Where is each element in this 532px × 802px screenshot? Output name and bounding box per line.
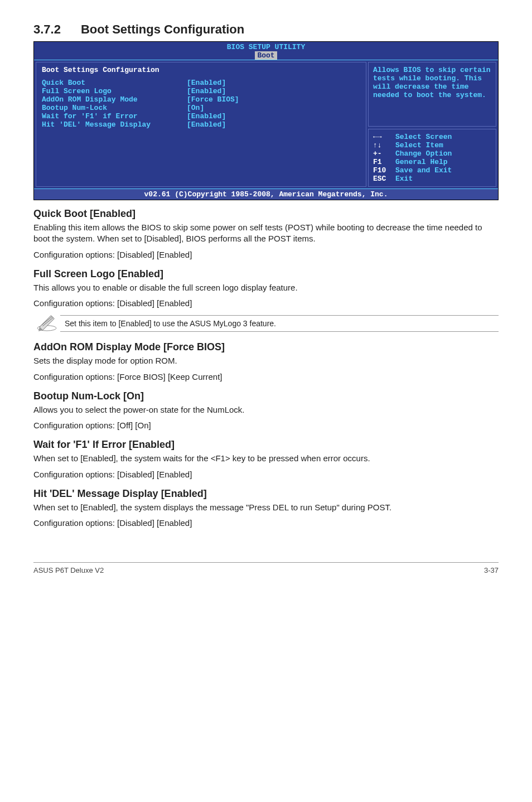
bios-item: AddOn ROM Display Mode[Force BIOS] [42,95,360,104]
bios-footer: v02.61 (C)Copyright 1985-2008, American … [34,189,498,200]
bios-tab-bar: Boot [34,51,498,60]
nav-row: ↑↓Select Item [373,141,491,149]
bios-item: Bootup Num-Lock[On] [42,104,360,112]
bios-config-panel: Boot Settings Configuration Quick Boot[E… [36,62,366,187]
nav-row: F1General Help [373,158,491,166]
bootup-numlock-heading: Bootup Num-Lock [On] [33,390,499,402]
bios-header: BIOS SETUP UTILITY Boot [34,42,498,60]
bootup-numlock-body: Allows you to select the power-on state … [33,404,499,416]
bios-item: Wait for 'F1' if Error[Enabled] [42,112,360,120]
bootup-numlock-opts: Configuration options: [Off] [On] [33,420,499,431]
bios-active-tab: Boot [255,51,277,60]
nav-row: ←→Select Screen [373,133,491,141]
bios-screenshot: BIOS SETUP UTILITY Boot Boot Settings Co… [33,41,499,200]
addon-rom-heading: AddOn ROM Display Mode [Force BIOS] [33,341,499,353]
hit-del-heading: Hit 'DEL' Message Display [Enabled] [33,488,499,500]
pencil-icon [33,313,60,334]
wait-f1-body: When set to [Enabled], the system waits … [33,453,499,464]
addon-rom-opts: Configuration options: [Force BIOS] [Kee… [33,371,499,383]
bios-right-panel: Allows BIOS to skip certain tests while … [368,62,496,187]
full-screen-logo-heading: Full Screen Logo [Enabled] [33,268,499,280]
wait-f1-heading: Wait for 'F1' If Error [Enabled] [33,439,499,451]
page-footer: ASUS P6T Deluxe V2 3-37 [33,562,499,574]
bios-title: BIOS SETUP UTILITY [227,43,305,51]
quick-boot-body: Enabling this item allows the BIOS to sk… [33,222,499,245]
bios-item: Hit 'DEL' Message Display[Enabled] [42,120,360,129]
nav-row: +-Change Option [373,149,491,158]
nav-row: F10Save and Exit [373,166,491,175]
bios-config-heading: Boot Settings Configuration [42,66,360,74]
quick-boot-heading: Quick Boot [Enabled] [33,208,499,220]
bios-help-text: Allows BIOS to skip certain tests while … [368,62,496,127]
footer-product: ASUS P6T Deluxe V2 [33,566,104,574]
bios-item: Full Screen Logo[Enabled] [42,87,360,95]
footer-page-number: 3-37 [484,566,499,574]
addon-rom-body: Sets the display mode for option ROM. [33,355,499,366]
wait-f1-opts: Configuration options: [Disabled] [Enabl… [33,469,499,480]
section-heading: 3.7.2Boot Settings Configuration [33,22,499,37]
bios-body: Boot Settings Configuration Quick Boot[E… [34,60,498,189]
full-screen-logo-body: This allows you to enable or disable the… [33,282,499,293]
hit-del-body: When set to [Enabled], the system displa… [33,502,499,513]
section-title: Boot Settings Configuration [81,22,244,36]
full-screen-logo-opts: Configuration options: [Disabled] [Enabl… [33,298,499,309]
bios-nav-keys: ←→Select Screen ↑↓Select Item +-Change O… [368,129,496,187]
note-callout: Set this item to [Enabled] to use the AS… [33,313,499,334]
bios-item: Quick Boot[Enabled] [42,79,360,87]
quick-boot-opts: Configuration options: [Disabled] [Enabl… [33,249,499,260]
nav-row: ESCExit [373,175,491,183]
section-number: 3.7.2 [33,22,61,36]
hit-del-opts: Configuration options: [Disabled] [Enabl… [33,518,499,529]
note-text: Set this item to [Enabled] to use the AS… [60,315,499,332]
